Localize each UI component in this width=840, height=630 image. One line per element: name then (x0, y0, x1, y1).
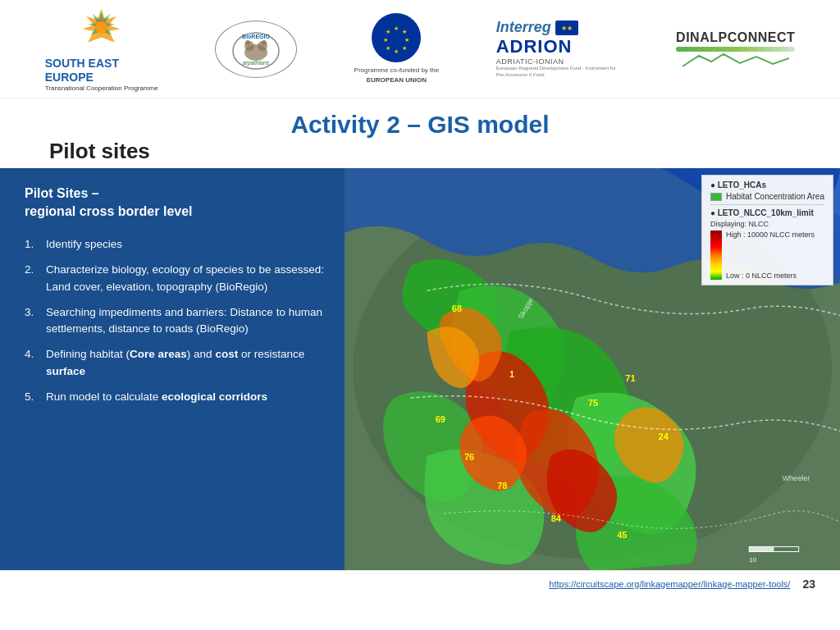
svg-text:68: 68 (452, 304, 462, 313)
interreg-eu-flag: ★★ (555, 21, 578, 35)
list-item: Characterize biology, ecology of species… (25, 262, 324, 296)
dinalp-logo: DINALPCONNECT (676, 30, 795, 68)
svg-text:1: 1 (509, 370, 514, 379)
adrion-text-row: ADRION (496, 36, 573, 57)
legend-high-label: High : 10000 NLCC meters (726, 231, 815, 239)
list-item-text: Defining habitat (Core areas) and cost o… (46, 346, 324, 381)
svg-text:75: 75 (588, 398, 598, 408)
list-item: Identify species (25, 236, 324, 253)
svg-point-3 (95, 21, 107, 34)
svg-point-8 (245, 40, 250, 45)
list-item-after: or resistance (238, 348, 304, 360)
legend-gradient-bar (710, 231, 722, 280)
main-title: Activity 2 – GIS model (33, 111, 807, 139)
svg-text:78: 78 (497, 481, 507, 491)
list-item-text: Identify species (46, 236, 122, 253)
list-item: Searching impediments and barriers: Dist… (25, 304, 324, 339)
eu-text: Programme co-funded by the EUROPEAN UNIO… (354, 66, 440, 84)
footer-link[interactable]: https://circuitscape.org/linkagemapper/l… (549, 579, 790, 589)
svg-text:69: 69 (436, 414, 445, 424)
see-title-line2: EUROPE (45, 71, 94, 84)
interreg-logo: Interreg ★★ ADRION ADRIATIC-IONIAN Europ… (496, 19, 619, 79)
legend-habitat-label: Habitat Concentration Area (726, 192, 824, 201)
footer: https://circuitscape.org/linkagemapper/l… (0, 570, 840, 596)
svg-text:★: ★ (394, 48, 399, 54)
list-item-bold: ecological corridors (162, 390, 267, 403)
see-text-block: SOUTH EAST EUROPE Transnational Cooperat… (45, 57, 158, 93)
svg-text:10: 10 (749, 556, 756, 564)
eu-flag-circle: ★ ★ ★ ★ ★ ★ ★ ★ (372, 13, 421, 62)
main-content: Pilot Sites – regional cross border leve… (0, 168, 840, 570)
list-item-text-before: Defining habitat ( (46, 348, 130, 360)
legend-divider (710, 204, 824, 205)
eu-fund-text: European Regional Development Fund - Ins… (496, 66, 619, 79)
left-panel: Pilot Sites – regional cross border leve… (0, 168, 345, 570)
svg-point-9 (262, 40, 267, 45)
list-item-text: Characterize biology, ecology of species… (46, 262, 324, 296)
header-logos: SOUTH EAST EUROPE Transnational Cooperat… (0, 0, 840, 98)
see-subtitle: Transnational Cooperation Programme (45, 84, 158, 93)
pilot-header-line2: regional cross border level (25, 204, 193, 218)
bioregio-logo-circle: BioREGIO arpathians (215, 21, 297, 78)
pilot-header-line1: Pilot Sites – (25, 186, 99, 200)
svg-text:24: 24 (659, 431, 669, 441)
interreg-top-row: Interreg ★★ (496, 19, 578, 36)
page-number: 23 (802, 578, 815, 591)
svg-text:★: ★ (402, 29, 407, 34)
legend-displaying: Displaying: NLCC (710, 220, 824, 228)
svg-text:45: 45 (617, 530, 627, 540)
list-item-text: Run model to calculate ecological corrid… (46, 389, 267, 406)
legend-title1: ● LETO_HCAs (710, 180, 824, 189)
svg-text:★: ★ (386, 29, 390, 34)
eu-logo: ★ ★ ★ ★ ★ ★ ★ ★ Programme co-funded by t… (354, 13, 440, 84)
interreg-flag-icon: ★★ (556, 21, 578, 34)
svg-text:arpathians: arpathians (243, 60, 270, 66)
legend-low-label: Low : 0 NLCC meters (726, 272, 815, 280)
legend-habitat-color (710, 193, 722, 201)
legend-gradient-labels: High : 10000 NLCC meters Low : 0 NLCC me… (726, 231, 815, 280)
adrion-label: ADRION (496, 36, 573, 57)
list-item-bold1: Core areas (130, 348, 187, 360)
see-logo: SOUTH EAST EUROPE Transnational Cooperat… (45, 5, 158, 93)
svg-text:★★: ★★ (561, 25, 573, 32)
map-container: 68 69 71 75 76 78 84 45 24 1 Skopje Whee… (345, 168, 840, 570)
svg-text:76: 76 (464, 452, 474, 462)
svg-text:71: 71 (625, 373, 635, 383)
list-item-text-before: Run model to calculate (46, 390, 162, 403)
svg-rect-38 (749, 546, 774, 551)
dinalp-mountain-icon (682, 52, 789, 68)
list-item: Defining habitat (Core areas) and cost o… (25, 346, 324, 381)
adriatic-label: ADRIATIC-IONIAN (496, 57, 564, 66)
interreg-label: Interreg (496, 19, 551, 36)
svg-text:★: ★ (383, 37, 388, 43)
list-item-mid: ) and (187, 348, 216, 360)
svg-text:★: ★ (394, 25, 399, 31)
list-item-bold2: cost (215, 348, 238, 360)
svg-text:★: ★ (386, 45, 390, 51)
legend-habitat-item: Habitat Concentration Area (710, 192, 824, 201)
svg-text:84: 84 (551, 514, 562, 523)
right-panel: 68 69 71 75 76 78 84 45 24 1 Skopje Whee… (345, 168, 840, 570)
svg-text:★: ★ (402, 45, 407, 51)
pilot-sites-header: Pilot Sites – regional cross border leve… (25, 185, 324, 221)
dinalp-text: DINALPCONNECT (676, 30, 795, 45)
legend-title2: ● LETO_NLCC_10km_limit (710, 208, 824, 217)
legend-nlcc-row: High : 10000 NLCC meters Low : 0 NLCC me… (710, 231, 824, 280)
svg-text:★: ★ (404, 37, 409, 43)
list-item: Run model to calculate ecological corrid… (25, 389, 324, 406)
map-legend: ● LETO_HCAs Habitat Concentration Area ●… (701, 175, 833, 285)
list-item-bold3: surface (46, 365, 85, 377)
sub-title: Pilot sites (33, 139, 807, 164)
eu-cofunded-text: Programme co-funded by the (354, 66, 440, 74)
see-title: SOUTH EAST EUROPE (45, 57, 158, 84)
eu-union-text: EUROPEAN UNION (367, 76, 427, 84)
eu-stars-icon: ★ ★ ★ ★ ★ ★ ★ ★ (376, 17, 417, 58)
title-section: Activity 2 – GIS model Pilot sites (0, 98, 840, 168)
see-star-icon (79, 5, 124, 50)
bioregio-icon: BioREGIO arpathians (227, 26, 285, 71)
svg-text:BioREGIO: BioREGIO (242, 34, 270, 39)
list-item-text: Searching impediments and barriers: Dist… (46, 304, 324, 339)
pilot-list: Identify species Characterize biology, e… (25, 236, 324, 414)
bioregio-logo: BioREGIO arpathians (215, 21, 297, 78)
see-title-line1: SOUTH EAST (45, 57, 119, 70)
